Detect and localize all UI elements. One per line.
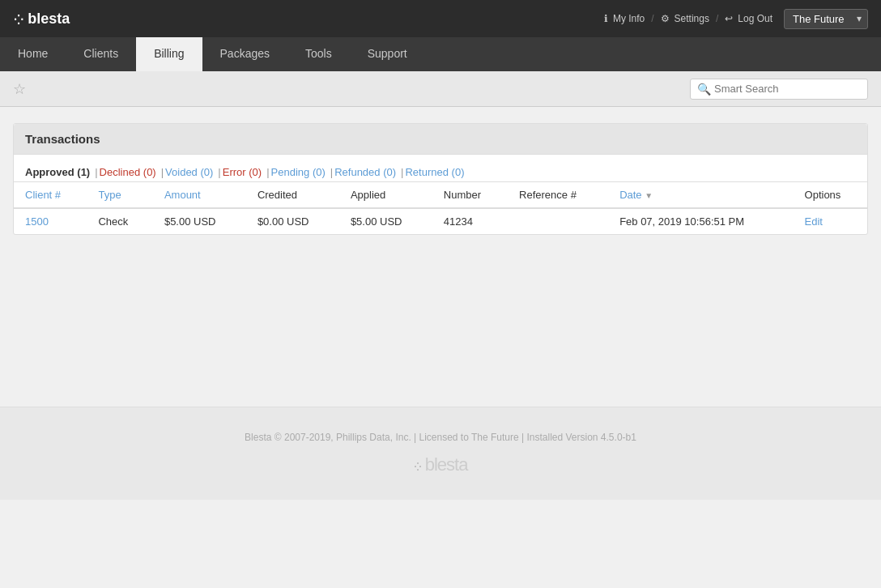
cell-options: Edit [794, 208, 867, 234]
nav-tools[interactable]: Tools [287, 37, 350, 71]
cell-date: Feb 07, 2019 10:56:51 PM [608, 208, 793, 234]
logout-link[interactable]: Log Out [738, 13, 772, 24]
logo-icon: ·:· [13, 8, 23, 29]
tab-voided[interactable]: Voided (0) [165, 163, 213, 181]
col-credited: Credited [246, 182, 339, 208]
top-right-nav: ℹ My Info / ⚙ Settings / ↩ Log Out The F… [604, 9, 868, 29]
col-reference: Reference # [508, 182, 608, 208]
cell-applied: $5.00 USD [339, 208, 432, 234]
company-selector-wrapper: The Future [777, 9, 868, 29]
transactions-card: Transactions Approved (1) | Declined (0)… [13, 123, 868, 235]
main-content: Transactions Approved (1) | Declined (0)… [0, 107, 881, 390]
footer-logo-icon: ·:· [414, 458, 421, 475]
col-applied: Applied [339, 182, 432, 208]
search-icon: 🔍 [697, 83, 711, 96]
logo-text: blesta [28, 11, 70, 28]
col-options: Options [794, 182, 867, 208]
myinfo-link[interactable]: My Info [613, 13, 645, 24]
sort-amount[interactable]: Amount [164, 189, 201, 201]
cell-type: Check [87, 208, 152, 234]
cell-amount: $5.00 USD [153, 208, 246, 234]
company-selector[interactable]: The Future [784, 9, 868, 29]
sort-arrow-date: ▼ [645, 191, 653, 200]
col-amount: Amount [153, 182, 246, 208]
search-input[interactable] [714, 83, 861, 95]
search-box: 🔍 [690, 79, 868, 100]
nav-billing[interactable]: Billing [136, 37, 202, 71]
cell-credited: $0.00 USD [246, 208, 339, 234]
nav-bar: Home Clients Billing Packages Tools Supp… [0, 37, 881, 71]
footer-copyright: Blesta © 2007-2019, Phillips Data, Inc. … [13, 432, 868, 443]
transaction-tabs: Approved (1) | Declined (0) | Voided (0)… [14, 155, 867, 182]
footer: Blesta © 2007-2019, Phillips Data, Inc. … [0, 407, 881, 500]
card-header: Transactions [14, 124, 867, 155]
tab-approved[interactable]: Approved (1) [25, 163, 90, 181]
tab-declined[interactable]: Declined (0) [100, 163, 156, 181]
nav-home[interactable]: Home [0, 37, 66, 71]
col-client-num: Client # [14, 182, 87, 208]
footer-logo: ·:· blesta [13, 454, 868, 475]
favorite-icon[interactable]: ☆ [13, 80, 26, 98]
tab-pending[interactable]: Pending (0) [271, 163, 326, 181]
cell-reference [508, 208, 608, 234]
cell-number: 41234 [432, 208, 508, 234]
footer-logo-text: blesta [425, 454, 468, 475]
sort-type[interactable]: Type [98, 189, 121, 201]
sort-client-num[interactable]: Client # [25, 189, 61, 201]
col-type: Type [87, 182, 152, 208]
settings-link[interactable]: Settings [675, 13, 709, 24]
transactions-table: Client # Type Amount Credited Applied Nu… [14, 182, 867, 234]
tab-returned[interactable]: Returned (0) [405, 163, 464, 181]
tab-error[interactable]: Error (0) [223, 163, 262, 181]
gear-icon: ⚙ [661, 13, 670, 24]
cell-client-num: 1500 [14, 208, 87, 234]
logout-icon: ↩ [725, 13, 733, 24]
logo: ·:· blesta [13, 8, 70, 29]
nav-packages[interactable]: Packages [202, 37, 287, 71]
client-link[interactable]: 1500 [25, 215, 49, 228]
col-number: Number [432, 182, 508, 208]
search-bar-area: ☆ 🔍 [0, 71, 881, 107]
nav-support[interactable]: Support [350, 37, 425, 71]
tab-refunded[interactable]: Refunded (0) [334, 163, 396, 181]
col-date: Date ▼ [608, 182, 793, 208]
top-bar: ·:· blesta ℹ My Info / ⚙ Settings / ↩ Lo… [0, 0, 881, 37]
sort-date[interactable]: Date [619, 189, 641, 201]
person-icon: ℹ [604, 13, 608, 24]
edit-link[interactable]: Edit [805, 215, 823, 228]
table-row: 1500 Check $5.00 USD $0.00 USD $5.00 USD… [14, 208, 867, 234]
nav-clients[interactable]: Clients [66, 37, 136, 71]
